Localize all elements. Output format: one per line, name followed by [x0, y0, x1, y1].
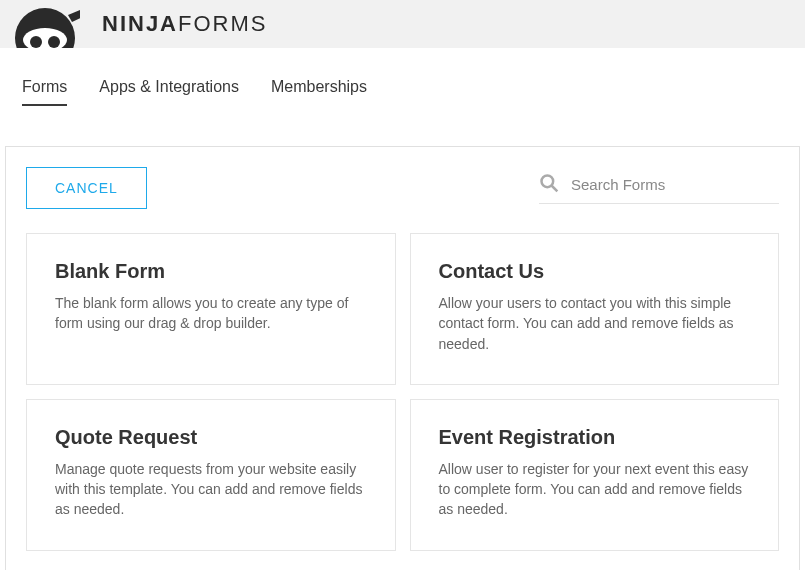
template-desc: Allow user to register for your next eve…: [439, 459, 751, 520]
template-title: Blank Form: [55, 260, 367, 283]
tab-memberships[interactable]: Memberships: [271, 78, 367, 106]
template-title: Quote Request: [55, 426, 367, 449]
tab-apps-integrations[interactable]: Apps & Integrations: [99, 78, 239, 106]
template-desc: Allow your users to contact you with thi…: [439, 293, 751, 354]
templates-panel: CANCEL Blank Form The blank form allows …: [5, 146, 800, 570]
nav-tabs: Forms Apps & Integrations Memberships: [0, 48, 805, 106]
search-icon: [539, 173, 559, 197]
panel-toolbar: CANCEL: [26, 167, 779, 209]
cancel-button[interactable]: CANCEL: [26, 167, 147, 209]
template-title: Event Registration: [439, 426, 751, 449]
search-input[interactable]: [571, 176, 779, 193]
template-grid: Blank Form The blank form allows you to …: [26, 233, 779, 551]
template-card-blank-form[interactable]: Blank Form The blank form allows you to …: [26, 233, 396, 385]
brand-light: FORMS: [178, 11, 267, 36]
template-desc: Manage quote requests from your website …: [55, 459, 367, 520]
header-bar: NINJAFORMS: [0, 0, 805, 48]
brand-bold: NINJA: [102, 11, 178, 36]
brand-text: NINJAFORMS: [102, 11, 267, 37]
svg-point-2: [30, 36, 42, 48]
search-wrap: [539, 173, 779, 204]
svg-point-4: [542, 175, 554, 187]
template-desc: The blank form allows you to create any …: [55, 293, 367, 334]
ninja-logo-icon: [10, 0, 80, 48]
template-title: Contact Us: [439, 260, 751, 283]
template-card-contact-us[interactable]: Contact Us Allow your users to contact y…: [410, 233, 780, 385]
svg-point-3: [48, 36, 60, 48]
tab-forms[interactable]: Forms: [22, 78, 67, 106]
svg-line-5: [552, 185, 558, 191]
template-card-quote-request[interactable]: Quote Request Manage quote requests from…: [26, 399, 396, 551]
template-card-event-registration[interactable]: Event Registration Allow user to registe…: [410, 399, 780, 551]
